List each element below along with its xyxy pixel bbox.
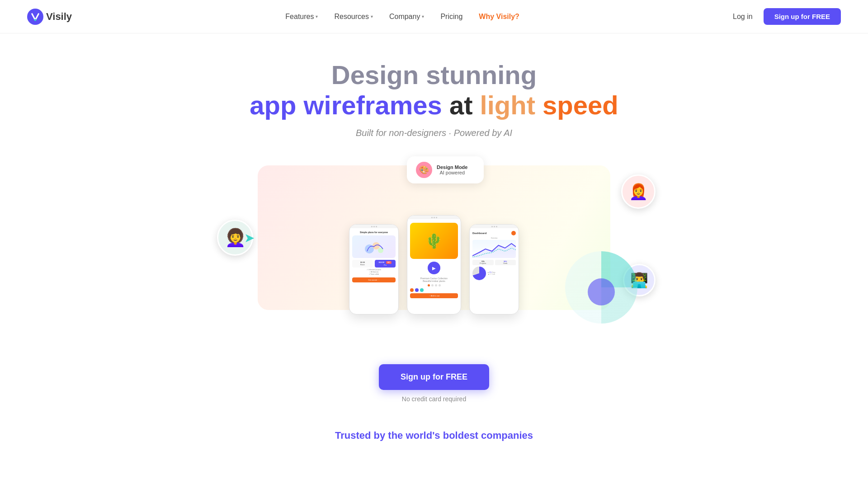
float-icon: 🎨 <box>416 162 432 178</box>
chevron-down-icon: ▾ <box>316 14 318 19</box>
cta-signup-button[interactable]: Sign up for FREE <box>379 364 489 390</box>
login-link[interactable]: Log in <box>733 13 753 21</box>
nav-pricing[interactable]: Pricing <box>440 13 462 21</box>
nav-right: Log in Sign up for FREE <box>733 8 841 25</box>
hero-subtitle: Built for non-designers · Powered by AI <box>356 128 512 138</box>
cta-section: Sign up for FREE No credit card required <box>379 364 489 403</box>
signup-button[interactable]: Sign up for FREE <box>764 8 841 25</box>
trusted-section: Trusted by the world's boldest companies <box>335 430 533 441</box>
avatar-right-top: 👩‍🦰 <box>621 174 656 209</box>
phone-mockup-3: Dashboard Overview 72%Prog <box>469 224 519 314</box>
phone-mockups: Simple plans for everyone $9.99 <box>349 215 519 314</box>
nav-company[interactable]: Company ▾ <box>389 13 424 21</box>
arrow-icon: ➤ <box>244 230 255 245</box>
nav-resources[interactable]: Resources ▾ <box>334 13 373 21</box>
svg-marker-5 <box>472 244 516 258</box>
trusted-title: Trusted by the world's boldest companies <box>335 430 533 441</box>
hero-title-bottom: app wireframes at light speed <box>250 89 618 121</box>
logo-text: Visily <box>46 11 72 23</box>
logo-icon <box>27 9 43 25</box>
svg-point-1 <box>34 19 37 21</box>
svg-point-3 <box>373 242 380 249</box>
chevron-down-icon: ▾ <box>422 14 424 19</box>
svg-point-0 <box>27 9 43 25</box>
phone-mockup-2: 🌵 ▶ Premium Cactus CollectionBeautiful i… <box>407 215 461 314</box>
float-top-card: 🎨 Design Mode AI powered <box>407 156 484 183</box>
cta-note: No credit card required <box>402 395 466 403</box>
nav-why-visily[interactable]: Why Visily? <box>479 13 519 21</box>
navbar: Visily Features ▾ Resources ▾ Company ▾ … <box>0 0 868 33</box>
chevron-down-icon: ▾ <box>371 14 373 19</box>
circle-small <box>588 278 615 305</box>
nav-links: Features ▾ Resources ▾ Company ▾ Pricing… <box>285 13 519 21</box>
logo[interactable]: Visily <box>27 9 72 25</box>
hero-title-top: Design stunning <box>331 61 537 89</box>
hero-section: Design stunning app wireframes at light … <box>0 33 868 441</box>
nav-features[interactable]: Features ▾ <box>285 13 318 21</box>
phone-mockup-1: Simple plans for everyone $9.99 <box>349 224 399 314</box>
